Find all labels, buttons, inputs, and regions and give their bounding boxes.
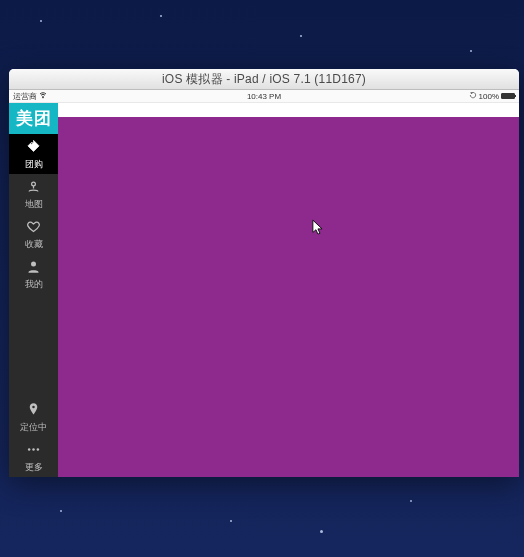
svg-point-1	[31, 143, 33, 145]
app-content-column	[58, 103, 519, 477]
battery-percent: 100%	[479, 92, 499, 101]
sidebar-item-map[interactable]: 地图	[9, 174, 58, 214]
sidebar-item-more[interactable]: 更多	[9, 437, 58, 477]
svg-point-7	[37, 448, 40, 451]
sidebar-item-label: 更多	[25, 463, 43, 472]
orientation-lock-icon	[469, 91, 477, 101]
tag-icon	[26, 139, 41, 158]
clock: 10:43 PM	[9, 92, 519, 101]
location-icon	[26, 402, 41, 421]
svg-point-5	[28, 448, 31, 451]
desktop-star	[470, 50, 472, 52]
wifi-icon	[39, 91, 47, 101]
svg-point-4	[32, 406, 35, 409]
sidebar-spacer	[9, 294, 58, 397]
sidebar-item-label: 团购	[25, 160, 43, 169]
sidebar-nav-top: 团购 地图 收藏 我的	[9, 134, 58, 294]
sidebar-item-locating[interactable]: 定位中	[9, 397, 58, 437]
svg-point-2	[32, 182, 36, 186]
ios-simulator-window: iOS 模拟器 - iPad / iOS 7.1 (11D167) 运营商 10…	[9, 69, 519, 477]
sidebar-nav-bottom: 定位中 更多	[9, 397, 58, 477]
heart-icon	[26, 219, 41, 238]
sidebar-item-label: 我的	[25, 280, 43, 289]
sidebar-item-favorites[interactable]: 收藏	[9, 214, 58, 254]
battery-icon	[501, 93, 515, 99]
svg-point-0	[43, 97, 44, 98]
desktop-star	[300, 35, 302, 37]
desktop-star	[230, 520, 232, 522]
window-titlebar[interactable]: iOS 模拟器 - iPad / iOS 7.1 (11D167)	[9, 69, 519, 90]
desktop-star	[160, 15, 162, 17]
more-icon	[26, 442, 41, 461]
desktop-star	[60, 510, 62, 512]
carrier-label: 运营商	[13, 91, 37, 102]
desktop-star	[320, 530, 323, 533]
map-pin-icon	[26, 179, 41, 198]
content-top-spacer	[58, 103, 519, 117]
main-content-area	[58, 117, 519, 477]
person-icon	[26, 259, 41, 278]
app-sidebar: 美团 团购 地图 收藏	[9, 103, 58, 477]
app-screen: 美团 团购 地图 收藏	[9, 103, 519, 477]
ios-status-bar: 运营商 10:43 PM 100%	[9, 90, 519, 103]
svg-point-3	[31, 262, 36, 267]
sidebar-item-mine[interactable]: 我的	[9, 254, 58, 294]
sidebar-item-groupbuy[interactable]: 团购	[9, 134, 58, 174]
window-title: iOS 模拟器 - iPad / iOS 7.1 (11D167)	[162, 72, 366, 86]
sidebar-item-label: 地图	[25, 200, 43, 209]
sidebar-item-label: 收藏	[25, 240, 43, 249]
desktop-star	[40, 20, 42, 22]
sidebar-item-label: 定位中	[20, 423, 47, 432]
app-logo[interactable]: 美团	[9, 103, 58, 134]
svg-point-6	[32, 448, 35, 451]
desktop-star	[410, 500, 412, 502]
